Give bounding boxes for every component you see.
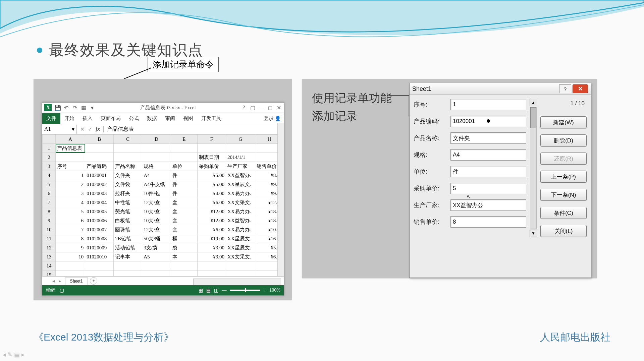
field-input-2[interactable] <box>450 132 526 144</box>
redo-icon[interactable]: ↷ <box>72 105 78 111</box>
delete-button[interactable]: 删除(D) <box>540 134 587 146</box>
scroll-up-icon[interactable]: ▲ <box>530 99 537 106</box>
restore-button[interactable]: 还原(R) <box>540 153 587 165</box>
excel-logo-icon: X <box>44 104 52 111</box>
tab-file[interactable]: 文件 <box>42 113 60 124</box>
login-link[interactable]: 登录👤 <box>261 113 284 124</box>
view-normal-icon[interactable]: ▦ <box>199 288 203 293</box>
window-title: 产品信息表03.xlsx - Excel <box>98 105 238 111</box>
cancel-formula-icon[interactable]: ✕ <box>80 126 85 132</box>
status-bar: 就绪 ▢ ▦ ▤ ▥ — + 100% <box>42 285 284 295</box>
form-row: 规格: <box>414 149 526 161</box>
field-label: 规格: <box>414 151 450 159</box>
close-button[interactable]: 关闭(L) <box>540 225 587 237</box>
horizontal-scrollbar[interactable] <box>193 279 281 285</box>
tab-home[interactable]: 开始 <box>60 113 78 124</box>
add-sheet-icon[interactable]: + <box>90 277 97 285</box>
sheet-nav-next-icon[interactable]: ▸ <box>59 278 61 284</box>
tab-insert[interactable]: 插入 <box>78 113 97 124</box>
mouse-cursor-icon: ↖ <box>467 194 471 200</box>
form-row: 单位: <box>414 166 526 177</box>
spreadsheet-grid[interactable]: ABCDEFGH1产品信息表2制表日期2014/1/13序号产品编码产品名称规格… <box>42 134 284 279</box>
data-form-dialog: Sheet1 ? ✕ 序号:产品编码:产品名称:规格:单位:采购单价:生产厂家:… <box>409 83 591 278</box>
sheet-tab[interactable]: Sheet1 <box>65 278 88 285</box>
minimize-icon[interactable]: — <box>258 105 264 111</box>
tab-review[interactable]: 审阅 <box>161 113 179 124</box>
record-counter: 1 / 10 <box>540 99 587 110</box>
ribbon-tabs: 文件 开始 插入 页面布局 公式 数据 审阅 视图 开发工具 登录👤 <box>42 113 284 124</box>
field-input-3[interactable] <box>450 149 526 161</box>
field-label: 单位: <box>414 168 450 176</box>
tab-developer[interactable]: 开发工具 <box>197 113 225 124</box>
view-pagebreak-icon[interactable]: ▥ <box>214 288 218 293</box>
field-input-7[interactable] <box>450 216 526 228</box>
view-pagelayout-icon[interactable]: ▤ <box>206 288 211 293</box>
field-input-6[interactable] <box>450 199 526 211</box>
macro-record-icon[interactable]: ▢ <box>60 288 64 293</box>
callout-leader-line <box>124 67 151 79</box>
zoom-out-icon[interactable]: — <box>222 288 226 293</box>
formula-content[interactable]: 产品信息表 <box>104 126 137 133</box>
close-icon[interactable]: ✕ <box>276 105 282 111</box>
footer-left: 《Excel 2013数据处理与分析》 <box>34 330 174 344</box>
zoom-level[interactable]: 100% <box>269 288 280 293</box>
vertical-scrollbar[interactable] <box>277 123 284 277</box>
bullet-dot-icon <box>37 48 42 53</box>
form-scrollbar[interactable]: ▲ ▼ <box>530 99 537 237</box>
maximize-icon[interactable]: ◻ <box>267 105 273 111</box>
dialog-help-icon[interactable]: ? <box>559 84 571 93</box>
criteria-button[interactable]: 条件(C) <box>540 207 587 219</box>
field-input-4[interactable] <box>450 166 526 177</box>
scroll-thumb[interactable] <box>530 107 536 128</box>
field-label: 产品名称: <box>414 134 450 142</box>
callout-label: 添加记录单命令 <box>148 57 219 72</box>
new-button[interactable]: 新建(W) <box>540 116 587 128</box>
zoom-slider[interactable] <box>230 290 260 291</box>
name-box[interactable]: A1▾ <box>42 125 77 134</box>
excel-titlebar: X 💾 ↶ ↷ ▦ ▾ 产品信息表03.xlsx - Excel ? ▢ — ◻… <box>42 103 284 113</box>
tab-data[interactable]: 数据 <box>143 113 161 124</box>
formula-bar: A1▾ ✕ ✓ fx 产品信息表 <box>42 124 284 134</box>
tab-pagelayout[interactable]: 页面布局 <box>97 113 125 124</box>
namebox-dropdown-icon[interactable]: ▾ <box>72 126 74 132</box>
slide-nav-icons[interactable]: ◂ ✎ ▤ ▸ <box>3 351 24 358</box>
qat-dropdown-icon[interactable]: ▾ <box>89 105 95 111</box>
form-command-icon[interactable]: ▦ <box>80 105 87 111</box>
next-button[interactable]: 下一条(N) <box>540 189 587 201</box>
excel-screenshot-panel: 添加记录单命令 X 💾 ↶ ↷ ▦ ▾ 产品信息表03.xlsx - Excel… <box>34 79 292 300</box>
form-row: 产品编码: <box>414 116 526 127</box>
dialog-titlebar: Sheet1 ? ✕ <box>410 83 591 95</box>
undo-icon[interactable]: ↶ <box>63 105 69 111</box>
enter-formula-icon[interactable]: ✓ <box>88 126 92 132</box>
scroll-track[interactable] <box>530 107 537 229</box>
scroll-down-icon[interactable]: ▼ <box>530 230 537 237</box>
ribbon-display-icon[interactable]: ▢ <box>250 105 256 111</box>
dialog-close-icon[interactable]: ✕ <box>573 84 588 93</box>
field-label: 序号: <box>414 101 450 109</box>
field-label: 产品编码: <box>414 117 450 125</box>
form-buttons: 1 / 10 新建(W) 删除(D) 还原(R) 上一条(P) 下一条(N) 条… <box>540 99 587 237</box>
footer-right: 人民邮电出版社 <box>540 330 610 344</box>
field-label: 生产厂家: <box>414 201 450 209</box>
form-fields: 序号:产品编码:产品名称:规格:单位:采购单价:生产厂家:销售单价: <box>414 99 526 237</box>
sheet-nav-prev-icon[interactable]: ◂ <box>52 278 55 284</box>
tab-view[interactable]: 视图 <box>179 113 197 124</box>
form-row: 采购单价: <box>414 183 526 194</box>
fx-icon[interactable]: fx <box>96 126 100 132</box>
form-row: 产品名称: <box>414 132 526 144</box>
tab-formulas[interactable]: 公式 <box>125 113 143 124</box>
zoom-in-icon[interactable]: + <box>263 288 266 293</box>
user-icon: 👤 <box>275 116 281 122</box>
form-row: 销售单价: <box>414 216 526 228</box>
save-icon[interactable]: 💾 <box>54 105 60 111</box>
form-screenshot-panel: 使用记录单功能 添加记录 Sheet1 ? ✕ 序号:产品编码:产品名称:规格:… <box>302 79 597 278</box>
dialog-title: Sheet1 <box>412 85 431 93</box>
field-input-5[interactable] <box>450 183 526 194</box>
field-label: 采购单价: <box>414 184 450 192</box>
cursor-dot-icon <box>487 119 490 123</box>
field-input-0[interactable] <box>450 99 526 110</box>
svg-line-1 <box>124 68 151 79</box>
help-icon[interactable]: ? <box>241 105 247 111</box>
form-row: 生产厂家: <box>414 199 526 211</box>
prev-button[interactable]: 上一条(P) <box>540 171 587 183</box>
